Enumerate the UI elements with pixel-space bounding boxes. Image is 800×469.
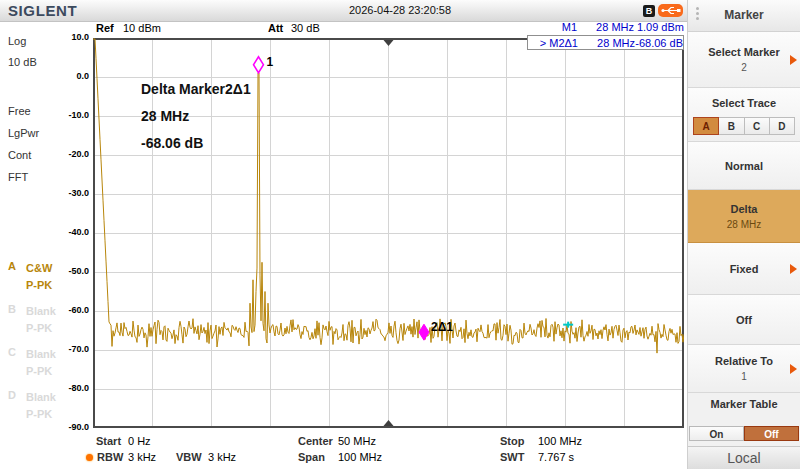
filled-diamond-icon [419, 324, 429, 340]
y-axis-tick-label: -30.0 [0, 188, 89, 199]
marker-table-off-button[interactable]: Off [744, 426, 799, 441]
marker-off-button[interactable]: Off [688, 295, 800, 345]
select-trace-button[interactable]: Select Trace ABCD [688, 88, 800, 142]
annotation-line-1: Delta Marker2Δ1 [141, 76, 251, 103]
y-axis-tick-label: -70.0 [0, 344, 89, 355]
submenu-arrow-icon [790, 264, 797, 274]
marker-table-label: Marker Table [688, 398, 800, 410]
annotation-line-3: -68.06 dB [141, 130, 251, 157]
span-label: Span [298, 451, 325, 463]
spectrum-analyzer-app: SIGLENT 2026-04-28 23:20:58 B Ref 10 dBm… [0, 0, 800, 469]
marker1-name: M1 [527, 21, 577, 33]
marker-2Δ1[interactable]: 2Δ1 [419, 320, 453, 340]
select-marker-label: Select Marker [688, 46, 800, 58]
att-value: 30 dB [291, 22, 320, 34]
ref-label: Ref [96, 22, 114, 34]
rbw-value: 3 kHz [128, 451, 156, 463]
swt-label: SWT [500, 451, 524, 463]
relative-to-value: 1 [688, 371, 800, 382]
marker2-freq: 28 MHz [578, 37, 635, 49]
ref-value: 10 dBm [123, 22, 161, 34]
delta-value: 28 MHz [688, 219, 800, 230]
amplitude-setting-item: 10 dB [8, 52, 37, 73]
y-axis-tick-label: -20.0 [0, 149, 89, 160]
att-label: Att [268, 22, 283, 34]
select-marker-value: 2 [688, 62, 800, 73]
delta-marker-button[interactable]: Delta 28 MHz [688, 190, 800, 243]
normal-marker-button[interactable]: Normal [688, 142, 800, 190]
bandwidth-status-row: RBW 3 kHz VBW 3 kHz Span 100 MHz SWT 7.7… [0, 451, 687, 465]
marker-table-on-button[interactable]: On [689, 426, 744, 441]
delta-marker-annotation: Delta Marker2Δ1 28 MHz -68.06 dB [141, 76, 251, 157]
open-diamond-icon [253, 57, 263, 73]
host-indicator-icon: B [643, 5, 655, 17]
sweep-setting-item: FFT [8, 166, 39, 188]
y-axis-tick-label: -60.0 [0, 305, 89, 316]
trace-option-b[interactable]: B [719, 117, 744, 135]
vbw-value: 3 kHz [208, 451, 236, 463]
marker1-amplitude: 1.09 dBm [634, 21, 684, 33]
y-axis-tick-label: -50.0 [0, 266, 89, 277]
frequency-status-row: Start 0 Hz Center 50 MHz Stop 100 MHz [0, 435, 687, 449]
y-axis-tick-label: -40.0 [0, 227, 89, 238]
y-axis-tick-label: -90.0 [0, 422, 89, 433]
start-label: Start [96, 435, 121, 447]
vbw-label: VBW [176, 451, 202, 463]
relative-to-label: Relative To [688, 355, 800, 367]
softkey-menu: Marker Select Marker 2 Select Trace ABCD… [687, 0, 800, 469]
marker-label: 1 [266, 55, 273, 69]
fixed-marker-button[interactable]: Fixed [688, 243, 800, 295]
datetime: 2026-04-28 23:20:58 [240, 4, 560, 16]
start-value: 0 Hz [128, 435, 151, 447]
swt-value: 7.767 s [538, 451, 574, 463]
trace-option-d[interactable]: D [770, 117, 795, 135]
status-icons: B [643, 4, 683, 17]
stop-value: 100 MHz [538, 435, 582, 447]
menu-title-label: Marker [724, 8, 763, 22]
delta-label: Delta [688, 203, 800, 215]
stop-label: Stop [500, 435, 524, 447]
trace-selector: ABCD [693, 117, 795, 135]
select-marker-button[interactable]: Select Marker 2 [688, 32, 800, 88]
span-value: 100 MHz [338, 451, 382, 463]
marker-table-toggle: On Off [689, 426, 799, 441]
rbw-label: RBW [97, 451, 123, 463]
marker2-name: > M2Δ1 [528, 37, 578, 49]
trace-option-c[interactable]: C [745, 117, 770, 135]
menu-grip-handle[interactable] [696, 7, 699, 20]
usb-icon [658, 4, 683, 17]
center-freq-bottom-marker [384, 420, 394, 426]
center-value: 50 MHz [338, 435, 376, 447]
off-label: Off [688, 314, 800, 326]
y-axis-tick-label: -80.0 [0, 383, 89, 394]
center-freq-top-marker [384, 40, 394, 46]
marker1-freq: 28 MHz [577, 21, 634, 33]
trace-option-a[interactable]: A [693, 117, 719, 135]
marker-label: 2Δ1 [431, 320, 453, 334]
top-header-bar: SIGLENT 2026-04-28 23:20:58 B [0, 0, 687, 22]
fixed-label: Fixed [688, 263, 800, 275]
marker2-amplitude: -68.06 dB [635, 37, 683, 49]
local-button[interactable]: Local [688, 446, 800, 469]
select-trace-label: Select Trace [688, 97, 800, 109]
y-axis-tick-label: 10.0 [0, 32, 89, 43]
y-axis-tick-label: 0.0 [0, 71, 89, 82]
annotation-line-2: 28 MHz [141, 103, 251, 130]
marker2-delta-readout: > M2Δ1 28 MHz -68.06 dB [527, 35, 684, 50]
submenu-arrow-icon [790, 364, 797, 374]
center-label: Center [298, 435, 333, 447]
normal-label: Normal [688, 160, 800, 172]
relative-to-button[interactable]: Relative To 1 [688, 345, 800, 393]
trace-mode: BlankP-PK [26, 389, 56, 423]
brand-logo: SIGLENT [8, 2, 77, 19]
menu-title: Marker [688, 0, 800, 32]
submenu-arrow-icon [790, 55, 797, 65]
marker1-readout: M1 28 MHz 1.09 dBm [527, 21, 684, 33]
y-axis-tick-label: -10.0 [0, 110, 89, 121]
rbw-coupled-icon [86, 454, 93, 461]
sweep-setting-item: LgPwr [8, 122, 39, 144]
